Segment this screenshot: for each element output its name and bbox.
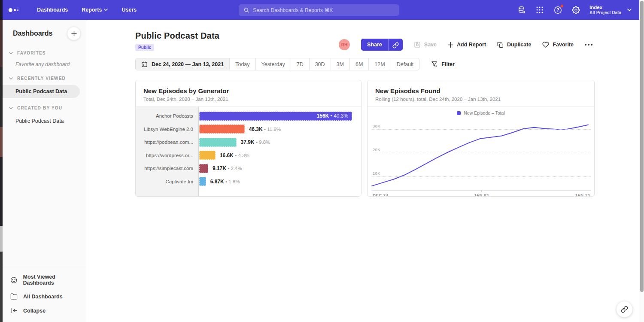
- data-management-icon[interactable]: [517, 6, 526, 14]
- chevron-down-icon: [9, 52, 13, 55]
- bar-track: 9.17K • 2.4%: [199, 164, 361, 173]
- save-label: Save: [424, 42, 437, 48]
- x-axis-label: DEC 24: [373, 193, 388, 197]
- bar[interactable]: [199, 138, 237, 147]
- bar-value-label: 6.87K • 1.8%: [210, 179, 240, 185]
- global-search[interactable]: [239, 4, 399, 16]
- copy-icon: [497, 42, 504, 48]
- page-scrollbar[interactable]: [639, 0, 644, 322]
- line-chart-plot[interactable]: 10K20K30K: [372, 118, 591, 190]
- bar-category-label: Libsyn WebEngine 2.0: [136, 127, 199, 132]
- sidebar-collapse-button[interactable]: Collapse: [3, 304, 86, 318]
- scrollbar-thumb[interactable]: [640, 1, 644, 292]
- nav-item-users[interactable]: Users: [122, 7, 137, 13]
- x-axis-label: JAN 13: [575, 193, 590, 197]
- favorite-button[interactable]: Favorite: [542, 41, 574, 48]
- date-preset-yesterday[interactable]: Yesterday: [255, 58, 291, 70]
- share-link-button[interactable]: [389, 39, 403, 51]
- settings-gear-icon[interactable]: [571, 6, 580, 14]
- bar[interactable]: [199, 177, 206, 186]
- mixpanel-logo-icon[interactable]: [9, 8, 23, 12]
- footer-item-label: Collapse: [23, 308, 46, 314]
- sidebar-item-all-dashboards[interactable]: All Dashboards: [3, 289, 86, 304]
- sidebar-item-dashboard[interactable]: Public Podcast Data: [3, 115, 86, 128]
- date-preset-default[interactable]: Default: [391, 58, 419, 70]
- sidebar-section-header[interactable]: FAVORITES: [3, 45, 86, 58]
- chevron-down-icon: [104, 9, 108, 11]
- bar[interactable]: [199, 151, 216, 160]
- bar-row[interactable]: Captivate.fm6.87K • 1.8%: [136, 175, 361, 188]
- sidebar-section-header[interactable]: CREATED BY YOU: [3, 100, 86, 113]
- bar-value-label: 9.17K • 2.4%: [213, 165, 242, 171]
- sidebar-item-most-viewed-dashboards[interactable]: Most Viewed Dashboards: [3, 270, 86, 289]
- filter-button[interactable]: Filter: [431, 61, 455, 67]
- bar-row[interactable]: https://simplecast.com9.17K • 2.4%: [136, 162, 361, 175]
- x-axis: DEC 24 JAN 03 JAN 13: [372, 190, 591, 197]
- date-preset-3m[interactable]: 3M: [331, 58, 349, 70]
- nav-item-label: Users: [122, 7, 137, 13]
- project-subtitle: All Project Data: [589, 10, 621, 15]
- bar-row[interactable]: Libsyn WebEngine 2.046.3K • 11.9%: [136, 123, 361, 136]
- bar-value-label: 156K • 40.3%: [317, 113, 352, 119]
- page-title: Public Podcast Data: [135, 31, 219, 41]
- bar-category-label: Captivate.fm: [136, 179, 199, 184]
- bar[interactable]: [199, 125, 245, 134]
- nav-item-reports[interactable]: Reports: [82, 7, 108, 13]
- date-preset-7d[interactable]: 7D: [291, 58, 309, 70]
- share-button[interactable]: Share: [361, 39, 389, 51]
- bar-value-label: 37.9K • 9.8%: [241, 139, 270, 145]
- calendar-icon: [141, 61, 148, 67]
- card-new-episodes-found[interactable]: New Episodes Found Rolling (12 hours), t…: [367, 80, 595, 197]
- help-icon[interactable]: ?: [553, 6, 562, 14]
- duplicate-label: Duplicate: [507, 42, 531, 48]
- project-selector[interactable]: Index All Project Data: [589, 5, 632, 15]
- sidebar-sections: FAVORITESFavorite any dashboardRECENTLY …: [3, 45, 86, 266]
- add-report-button[interactable]: Add Report: [448, 42, 486, 48]
- filter-icon: [431, 61, 437, 67]
- svg-text:?: ?: [556, 8, 559, 12]
- background-window-edge: [0, 0, 3, 322]
- collapse-arrow-icon: [10, 307, 18, 314]
- copy-link-floating-button[interactable]: [617, 301, 632, 317]
- y-gridline: [372, 153, 591, 153]
- duplicate-button[interactable]: Duplicate: [497, 42, 531, 48]
- top-nav: Dashboards Reports Users: [0, 0, 639, 20]
- sidebar-title: Dashboards: [13, 30, 52, 37]
- date-range-picker[interactable]: Dec 24, 2020 — Jan 13, 2021: [136, 58, 229, 70]
- apps-grid-icon[interactable]: [535, 6, 544, 14]
- sidebar-section-header[interactable]: RECENTLY VIEWED: [3, 70, 86, 83]
- search-input[interactable]: [253, 7, 394, 13]
- add-report-label: Add Report: [457, 42, 486, 48]
- card-subtitle: Rolling (12 hours), total, Dec 24th, 202…: [375, 97, 586, 102]
- legend-label: New Episode – Total: [464, 110, 505, 115]
- date-range-bar: Dec 24, 2020 — Jan 13, 2021 TodayYesterd…: [135, 58, 419, 70]
- filter-label: Filter: [441, 61, 455, 67]
- bar-value-label: 46.3K • 11.9%: [249, 126, 281, 132]
- share-button-group: Share: [361, 39, 403, 51]
- avatar[interactable]: RH: [339, 39, 350, 50]
- save-button[interactable]: Save: [414, 41, 437, 48]
- more-options-button[interactable]: [585, 44, 592, 46]
- bar[interactable]: 156K • 40.3%: [199, 112, 352, 121]
- date-preset-today[interactable]: Today: [229, 58, 255, 70]
- card-new-episodes-by-generator[interactable]: New Episodes by Generator Total, Dec 24t…: [135, 80, 361, 197]
- bar-row[interactable]: Anchor Podcasts156K • 40.3%: [136, 109, 361, 123]
- bar-track: 6.87K • 1.8%: [199, 177, 361, 186]
- date-preset-30d[interactable]: 30D: [309, 58, 331, 70]
- y-axis-label: 10K: [373, 171, 380, 176]
- add-dashboard-button[interactable]: [67, 27, 81, 40]
- link-icon: [392, 42, 399, 49]
- public-badge: Public: [135, 44, 154, 51]
- nav-item-dashboards[interactable]: Dashboards: [37, 7, 68, 13]
- x-axis-tick: [481, 190, 482, 192]
- date-preset-12m[interactable]: 12M: [368, 58, 390, 70]
- bar-row[interactable]: https://wordpress.or...16.6K • 4.3%: [136, 149, 361, 162]
- bar[interactable]: [199, 164, 208, 173]
- bar-category-label: https://simplecast.com: [136, 166, 199, 171]
- date-preset-6m[interactable]: 6M: [349, 58, 368, 70]
- bar-row[interactable]: https://podbean.com...37.9K • 9.8%: [136, 136, 361, 149]
- plus-icon: [71, 31, 77, 36]
- chevron-down-icon: [9, 107, 13, 109]
- chevron-down-icon: [627, 9, 632, 12]
- sidebar-item-dashboard[interactable]: Public Podcast Data: [3, 85, 80, 98]
